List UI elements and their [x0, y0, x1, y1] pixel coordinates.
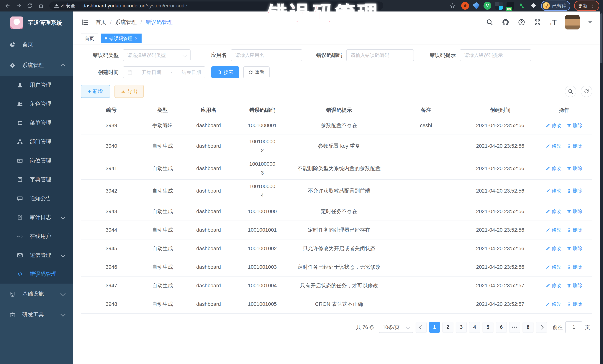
tab-error-code[interactable]: 错误码管理 ×	[101, 33, 141, 43]
edit-link[interactable]: 修改	[546, 264, 561, 270]
sidebar-item-6[interactable]: 岗位管理	[0, 151, 73, 170]
page-button-4[interactable]: 4	[469, 322, 480, 333]
page-button-8[interactable]: 8	[523, 322, 533, 333]
page-button-6[interactable]: 6	[496, 322, 507, 333]
font-size-icon[interactable]: тT	[550, 19, 557, 26]
breadcrumb-item-system[interactable]: 系统管理	[115, 19, 137, 26]
sidebar-item-8[interactable]: 通知公告	[0, 189, 73, 208]
sidebar-item-5[interactable]: 部门管理	[0, 132, 73, 151]
edit-link[interactable]: 修改	[546, 227, 561, 233]
breadcrumb-item-home[interactable]: 首页	[95, 19, 106, 26]
header-search-icon[interactable]	[486, 19, 493, 26]
date-range-picker[interactable]: 开始日期 - 结束日期	[123, 66, 205, 78]
window-scrollbar[interactable]	[600, 0, 603, 364]
delete-link[interactable]: 删除	[567, 245, 582, 252]
extensions-puzzle-icon[interactable]	[530, 2, 537, 10]
extension-ubuntu-icon[interactable]	[461, 2, 469, 10]
export-button[interactable]: 导出	[115, 85, 144, 98]
add-button[interactable]: + 新增	[81, 85, 110, 98]
browser-menu-dots-icon[interactable]: ⋮	[590, 4, 595, 7]
edit-link[interactable]: 修改	[546, 301, 561, 307]
security-warning[interactable]: 不安全	[54, 3, 75, 9]
edit-link[interactable]: 修改	[546, 143, 561, 149]
sidebar-item-1[interactable]: 系统管理	[0, 55, 73, 76]
delete-link[interactable]: 删除	[567, 264, 582, 270]
delete-link[interactable]: 删除	[567, 143, 582, 149]
delete-link[interactable]: 删除	[567, 282, 582, 289]
sidebar-item-7[interactable]: 字典管理	[0, 170, 73, 189]
edit-link[interactable]: 修改	[546, 282, 561, 289]
table-row[interactable]: 3945自动生成dashboard1001001002只允许修改为开启或者关闭状…	[81, 240, 592, 258]
bookmark-star-icon[interactable]	[448, 1, 458, 11]
extension-v-icon[interactable]	[484, 2, 491, 10]
edit-link[interactable]: 修改	[546, 245, 561, 252]
browser-profile-button[interactable]: 已暂停	[541, 0, 570, 11]
page-button-5[interactable]: 5	[483, 322, 493, 333]
delete-link[interactable]: 删除	[567, 188, 582, 194]
edit-link[interactable]: 修改	[546, 208, 561, 215]
page-size-select[interactable]: 10条/页	[379, 322, 413, 333]
browser-back-icon[interactable]	[3, 1, 13, 11]
browser-update-button[interactable]: 更新 ⋮	[574, 0, 599, 11]
extension-gem-icon[interactable]	[473, 2, 480, 9]
fullscreen-icon[interactable]	[534, 19, 541, 26]
page-more-button[interactable]: •••	[509, 322, 520, 333]
sidebar-item-9[interactable]: 审计日志	[0, 208, 73, 227]
sidebar-item-0[interactable]: 首页	[0, 34, 73, 55]
browser-home-icon[interactable]	[36, 1, 46, 11]
table-row[interactable]: 3948自动生成dashboard1001001005CRON 表达式不正确20…	[81, 295, 592, 314]
next-page-button[interactable]	[536, 322, 547, 333]
delete-link[interactable]: 删除	[567, 208, 582, 215]
jump-page-input[interactable]: 1	[565, 321, 582, 333]
table-row[interactable]: 3943自动生成dashboard1001001000定时任务不存在2021-0…	[81, 202, 592, 221]
table-row[interactable]: 3942自动生成dashboard100100000 4不允许获取敏感配置到前端…	[81, 180, 592, 202]
table-row[interactable]: 3944自动生成dashboard1001001001定时任务的处理器已经存在2…	[81, 221, 592, 240]
sidebar-item-2[interactable]: 用户管理	[0, 76, 73, 95]
tab-close-icon[interactable]: ×	[135, 36, 138, 41]
toggle-search-button[interactable]	[565, 86, 576, 97]
error-code-input[interactable]: 请输入错误码编码	[346, 49, 414, 61]
table-row[interactable]: 3940自动生成dashboard100100000 2参数配置 key 重复2…	[81, 135, 592, 157]
github-icon[interactable]	[502, 19, 509, 26]
error-type-select[interactable]: 请选择错误码类型	[123, 49, 191, 61]
reset-button[interactable]: 重置	[243, 66, 270, 78]
edit-link[interactable]: 修改	[546, 188, 561, 194]
sidebar-collapse-icon[interactable]	[81, 18, 89, 26]
sidebar-item-11[interactable]: 短信管理	[0, 246, 73, 265]
sidebar-item-10[interactable]: 在线用户	[0, 227, 73, 246]
delete-link[interactable]: 删除	[567, 301, 582, 307]
browser-reload-icon[interactable]	[25, 1, 35, 11]
scrollbar-thumb[interactable]	[600, 13, 603, 63]
extension-key-icon[interactable]	[518, 2, 526, 10]
user-avatar[interactable]	[565, 15, 580, 30]
app-name-input[interactable]: 请输入应用名	[231, 49, 302, 61]
sidebar-item-3[interactable]: 角色管理	[0, 95, 73, 113]
browser-forward-icon[interactable]	[14, 1, 24, 11]
sidebar-logo-row[interactable]: 芋道管理系统	[0, 11, 73, 34]
error-hint-input[interactable]: 请输入错误码提示	[460, 49, 531, 61]
sidebar-item-12[interactable]: 错误码管理	[0, 265, 73, 284]
table-row[interactable]: 3947自动生成dashboard1001001004只有开启状态的任务，才可以…	[81, 276, 592, 295]
edit-link[interactable]: 修改	[546, 165, 561, 172]
delete-link[interactable]: 删除	[567, 122, 582, 129]
delete-link[interactable]: 删除	[567, 227, 582, 233]
prev-page-button[interactable]	[416, 322, 427, 333]
extension-switch-icon[interactable]: on	[507, 2, 514, 10]
avatar-caret-down-icon[interactable]	[588, 21, 592, 23]
page-button-3[interactable]: 3	[456, 322, 467, 333]
table-row[interactable]: 3941自动生成dashboard100100000 3不能删除类型为系统内置的…	[81, 157, 592, 180]
sidebar-item-14[interactable]: 研发工具	[0, 304, 73, 325]
help-question-icon[interactable]	[518, 19, 525, 26]
search-button[interactable]: 搜索	[211, 66, 239, 78]
refresh-table-button[interactable]	[581, 86, 592, 97]
page-button-1[interactable]: 1	[429, 322, 440, 333]
tab-home[interactable]: 首页	[81, 33, 98, 43]
extension-grid-icon[interactable]	[495, 2, 503, 10]
edit-link[interactable]: 修改	[546, 122, 561, 129]
page-button-2[interactable]: 2	[442, 322, 453, 333]
sidebar-item-13[interactable]: 基础设施	[0, 284, 73, 304]
sidebar-item-4[interactable]: 菜单管理	[0, 113, 73, 132]
delete-link[interactable]: 删除	[567, 165, 582, 172]
table-row[interactable]: 3946自动生成dashboard1001001003定时任务已经处于该状态，无…	[81, 258, 592, 276]
table-row[interactable]: 3939手动编辑dashboard1001000001参数配置不存在ceshi2…	[81, 116, 592, 135]
